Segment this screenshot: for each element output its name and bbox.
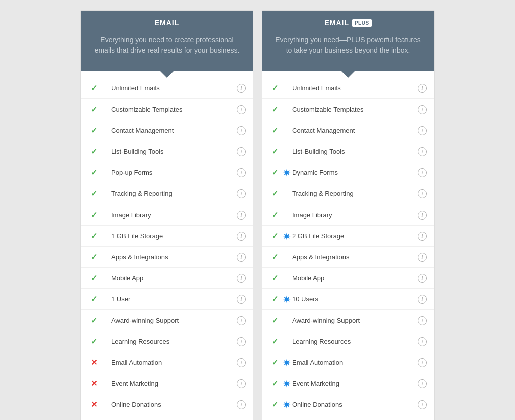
feature-row: ✓Image Libraryi bbox=[81, 204, 253, 226]
feature-name: Online Donations bbox=[111, 401, 237, 408]
info-icon[interactable]: i bbox=[237, 379, 246, 388]
info-icon[interactable]: i bbox=[237, 316, 246, 325]
feature-name: List-Building Tools bbox=[292, 148, 418, 155]
feature-name: Apps & Integrations bbox=[292, 253, 418, 261]
check-icon: ✓ bbox=[269, 358, 280, 367]
info-icon[interactable]: i bbox=[237, 84, 246, 93]
info-icon[interactable]: i bbox=[418, 274, 427, 283]
feature-name: Event Marketing bbox=[111, 380, 237, 387]
check-icon: ✓ bbox=[269, 168, 280, 177]
plan-header-email: EMAILEverything you need to create profe… bbox=[81, 11, 253, 71]
check-icon: ✓ bbox=[88, 252, 99, 262]
feature-row: ✕Online Donationsi bbox=[81, 394, 253, 415]
info-icon[interactable]: i bbox=[418, 147, 427, 156]
feature-row: ✓Award-winning Supporti bbox=[262, 310, 434, 331]
check-icon: ✓ bbox=[269, 379, 280, 388]
feature-name: List-Building Tools bbox=[111, 148, 237, 155]
feature-name: Mobile App bbox=[111, 274, 237, 282]
feature-row: ✓Pop-up Formsi bbox=[81, 162, 253, 183]
info-icon[interactable]: i bbox=[418, 105, 427, 114]
feature-name: Contact Management bbox=[111, 127, 237, 134]
feature-row: ✓Customizable Templatesi bbox=[81, 99, 253, 120]
info-icon[interactable]: i bbox=[418, 211, 427, 220]
feature-row: ✓ Surveys & Pollsi bbox=[262, 415, 434, 420]
info-icon[interactable]: i bbox=[418, 316, 427, 325]
info-icon[interactable]: i bbox=[237, 400, 246, 409]
info-icon[interactable]: i bbox=[237, 274, 246, 283]
plan-title-email: EMAIL bbox=[91, 19, 243, 27]
feature-row: ✓Unlimited Emailsi bbox=[262, 78, 434, 99]
info-icon[interactable]: i bbox=[418, 379, 427, 388]
feature-row: ✓Apps & Integrationsi bbox=[81, 247, 253, 268]
feature-row: ✓1 Useri bbox=[81, 289, 253, 310]
feature-row: ✓Unlimited Emailsi bbox=[81, 78, 253, 99]
feature-name: Award-winning Support bbox=[111, 317, 237, 324]
x-icon: ✕ bbox=[88, 358, 99, 367]
feature-row: ✓Mobile Appi bbox=[262, 268, 434, 289]
plan-column-email-plus: EMAILPLUSEverything you need—PLUS powerf… bbox=[262, 10, 435, 420]
plan-arrow bbox=[160, 71, 174, 78]
check-icon: ✓ bbox=[269, 252, 280, 262]
feature-name: Image Library bbox=[111, 211, 237, 219]
check-icon: ✓ bbox=[88, 83, 99, 93]
info-icon[interactable]: i bbox=[237, 295, 246, 304]
info-icon[interactable]: i bbox=[237, 232, 246, 241]
info-icon[interactable]: i bbox=[418, 337, 427, 346]
info-icon[interactable]: i bbox=[418, 168, 427, 177]
info-icon[interactable]: i bbox=[237, 253, 246, 262]
plan-header-email-plus: EMAILPLUSEverything you need—PLUS powerf… bbox=[262, 11, 434, 71]
info-icon[interactable]: i bbox=[418, 232, 427, 241]
feature-row: ✓Contact Managementi bbox=[262, 120, 434, 141]
features-list-email-plus: ✓Unlimited Emailsi✓Customizable Template… bbox=[262, 78, 434, 420]
feature-name: Pop-up Forms bbox=[111, 169, 237, 176]
features-list-email: ✓Unlimited Emailsi✓Customizable Template… bbox=[81, 78, 253, 420]
info-icon[interactable]: i bbox=[237, 358, 246, 367]
check-icon: ✓ bbox=[88, 168, 99, 177]
feature-row: ✓Tracking & Reportingi bbox=[262, 183, 434, 204]
info-icon[interactable]: i bbox=[237, 126, 246, 135]
info-icon[interactable]: i bbox=[418, 400, 427, 409]
feature-row: ✓Learning Resourcesi bbox=[262, 331, 434, 352]
x-icon: ✕ bbox=[88, 400, 99, 409]
feature-name: Email Automation bbox=[292, 359, 418, 366]
feature-row: ✕Surveys & Pollsi bbox=[81, 415, 253, 420]
check-icon: ✓ bbox=[269, 231, 280, 241]
info-icon[interactable]: i bbox=[237, 147, 246, 156]
info-icon[interactable]: i bbox=[237, 211, 246, 220]
feature-row: ✓1 GB File Storagei bbox=[81, 226, 253, 247]
info-icon[interactable]: i bbox=[418, 84, 427, 93]
feature-name: Learning Resources bbox=[292, 338, 418, 345]
feature-name: 10 Users bbox=[292, 295, 418, 303]
info-icon[interactable]: i bbox=[418, 295, 427, 304]
feature-name: Dynamic Forms bbox=[292, 169, 418, 176]
check-icon: ✓ bbox=[269, 147, 280, 156]
upgrade-icon bbox=[282, 379, 291, 388]
feature-row: ✓List-Building Toolsi bbox=[262, 141, 434, 162]
plan-arrow bbox=[341, 71, 355, 78]
info-icon[interactable]: i bbox=[418, 189, 427, 198]
info-icon[interactable]: i bbox=[237, 105, 246, 114]
feature-name: 1 User bbox=[111, 295, 237, 303]
check-icon: ✓ bbox=[269, 337, 280, 346]
feature-row: ✓Learning Resourcesi bbox=[81, 331, 253, 352]
upgrade-icon bbox=[282, 358, 291, 367]
info-icon[interactable]: i bbox=[237, 168, 246, 177]
feature-row: ✓Contact Managementi bbox=[81, 120, 253, 141]
arrow-wrapper bbox=[262, 71, 434, 78]
feature-name: Event Marketing bbox=[292, 380, 418, 387]
feature-name: Image Library bbox=[292, 211, 418, 219]
info-icon[interactable]: i bbox=[418, 358, 427, 367]
check-icon: ✓ bbox=[269, 189, 280, 198]
feature-row: ✓ Email Automationi bbox=[262, 352, 434, 373]
check-icon: ✓ bbox=[269, 126, 280, 135]
check-icon: ✓ bbox=[88, 147, 99, 156]
info-icon[interactable]: i bbox=[237, 337, 246, 346]
feature-name: Contact Management bbox=[292, 127, 418, 134]
info-icon[interactable]: i bbox=[418, 253, 427, 262]
check-icon: ✓ bbox=[269, 294, 280, 304]
info-icon[interactable]: i bbox=[418, 126, 427, 135]
info-icon[interactable]: i bbox=[237, 189, 246, 198]
plan-column-email: EMAILEverything you need to create profe… bbox=[80, 10, 253, 420]
check-icon: ✓ bbox=[88, 316, 99, 325]
x-icon: ✕ bbox=[88, 379, 99, 388]
